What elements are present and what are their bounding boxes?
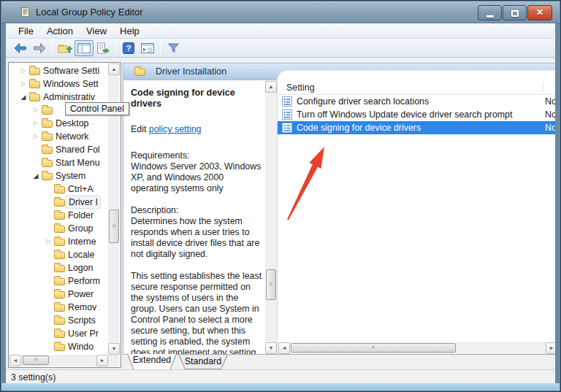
tree-item-ctrl-a[interactable]: Ctrl+A (9, 182, 108, 196)
scroll-down-button[interactable]: ▼ (108, 343, 120, 355)
tree-item-label[interactable]: Power (68, 288, 94, 301)
tab-standard[interactable]: Standard (178, 355, 228, 369)
tree-item-remov[interactable]: Remov (9, 301, 108, 314)
up-one-level-icon[interactable] (56, 40, 75, 56)
help-section-requirements: Requirements:Windows Server 2003, Window… (131, 150, 263, 194)
tree-item-interne[interactable]: ▷Interne (9, 235, 108, 248)
setting-name[interactable]: Turn off Windows Update device driver se… (297, 108, 512, 121)
setting-row-configure-driver-search-locations[interactable]: Configure driver search locationsNot (278, 95, 555, 108)
scroll-left-button[interactable]: ◄ (278, 342, 290, 354)
expand-arrow-icon[interactable]: ▷ (19, 64, 28, 77)
help-vscroll-thumb[interactable]: ≡ (266, 269, 276, 300)
title-bar[interactable]: Local Group Policy Editor ✕ (1, 1, 560, 23)
help-section-body: This setting establishes the least secur… (131, 271, 263, 354)
minimize-button[interactable] (478, 5, 502, 20)
filter-icon[interactable] (164, 40, 183, 56)
tree-item-shared-fol[interactable]: Shared Fol (9, 143, 108, 156)
help-sections: Requirements:Windows Server 2003, Window… (131, 150, 263, 354)
scroll-left-button[interactable]: ◄ (9, 355, 21, 366)
close-button[interactable]: ✕ (527, 5, 552, 20)
setting-row-code-signing-for-device-drivers[interactable]: Code signing for device driversNot (278, 121, 555, 134)
tree-vscroll-thumb[interactable]: ≡ (109, 210, 119, 243)
setting-column-label[interactable]: Setting (286, 81, 315, 95)
menu-action[interactable]: Action (40, 24, 80, 38)
show-console-tree-icon[interactable] (75, 40, 94, 56)
scroll-right-button[interactable]: ► (546, 342, 555, 354)
tree-item-folder[interactable]: Folder (9, 209, 108, 222)
expand-arrow-icon[interactable]: ▷ (31, 130, 40, 143)
list-column-header[interactable]: Setting (278, 81, 555, 95)
help-icon[interactable]: ? (119, 40, 138, 56)
tree-item-label[interactable]: Windows Sett (43, 77, 99, 91)
tree-item-label[interactable]: Windo (68, 340, 94, 353)
tree-item-system[interactable]: ◢System (9, 169, 108, 182)
expand-arrow-icon[interactable]: ▷ (44, 235, 53, 248)
scroll-up-button[interactable]: ▲ (108, 64, 120, 75)
tree-item-network[interactable]: ▷Network (9, 130, 108, 143)
status-bar: 3 setting(s) (6, 369, 555, 385)
tree-item-label[interactable]: Scripts (68, 314, 96, 327)
folder-icon (29, 94, 40, 101)
tree-item-windo[interactable]: Windo (9, 340, 108, 353)
menu-view[interactable]: View (80, 24, 113, 38)
column-separator[interactable] (543, 82, 543, 93)
tree-item-label[interactable]: User Pr (68, 327, 99, 340)
export-list-icon[interactable] (94, 40, 112, 56)
back-icon[interactable] (11, 40, 30, 56)
tree-item-locale[interactable]: Locale (9, 248, 108, 261)
extended-view-icon[interactable] (138, 40, 157, 56)
scroll-up-button[interactable]: ▲ (265, 81, 277, 93)
tree-item-label[interactable]: Software Setti (43, 64, 99, 77)
tree-item-logon[interactable]: Logon (9, 261, 108, 274)
tree-item-desktop[interactable]: ▷Desktop (9, 117, 108, 130)
list-hscroll-thumb[interactable]: ≡ (291, 343, 456, 353)
tree-item-label[interactable]: Group (68, 222, 93, 235)
maximize-button[interactable] (503, 5, 527, 20)
setting-name[interactable]: Code signing for device drivers (297, 121, 421, 134)
tree-item-perform[interactable]: Perform (9, 274, 108, 288)
tree-hscroll-thumb[interactable]: ≡ (23, 356, 49, 365)
expand-arrow-icon[interactable]: ▷ (31, 117, 40, 130)
tab-label[interactable]: Extended (127, 355, 177, 365)
scroll-right-button[interactable]: ► (96, 355, 108, 366)
menu-help[interactable]: Help (113, 24, 146, 38)
menu-file[interactable]: File (12, 24, 40, 38)
setting-row-turn-off-windows-update-device-driver-search-prompt[interactable]: Turn off Windows Update device driver se… (278, 108, 555, 121)
tree-item-label[interactable]: Driver I (66, 196, 101, 209)
tree-item-windows-sett[interactable]: ▷Windows Sett (9, 77, 108, 91)
tree-item-scripts[interactable]: Scripts (9, 314, 108, 327)
tree-item-group[interactable]: Group (9, 222, 108, 235)
tree-item-user-pr[interactable]: User Pr (9, 327, 108, 340)
tab-extended[interactable]: Extended (127, 354, 177, 369)
forward-icon[interactable] (30, 40, 49, 56)
tree-item-label[interactable]: Ctrl+A (68, 182, 94, 196)
tree-horizontal-scrollbar[interactable]: ◄ ≡ ► (9, 355, 108, 366)
tree-item-label[interactable]: Network (56, 130, 88, 143)
scroll-down-button[interactable]: ▼ (265, 342, 277, 354)
tree-item-label[interactable]: Start Menu (56, 156, 100, 169)
tree-item-driver-i[interactable]: Driver I (9, 196, 108, 209)
tree-item-label[interactable]: Desktop (56, 117, 88, 130)
tree-item-start-menu[interactable]: Start Menu (9, 156, 108, 169)
tree-item-software-setti[interactable]: ▷Software Setti (9, 64, 108, 77)
tree-item-label[interactable]: Interne (68, 235, 96, 248)
tree-item-label[interactable]: Perform (68, 274, 100, 288)
expand-arrow-icon[interactable]: ▷ (19, 77, 28, 91)
tree-item-label[interactable]: System (56, 169, 85, 182)
expand-arrow-icon[interactable]: ▷ (31, 104, 40, 117)
tree-item-label[interactable]: Logon (68, 261, 93, 274)
policy-setting-link[interactable]: policy setting (149, 124, 202, 134)
collapse-arrow-icon[interactable]: ◢ (31, 169, 40, 182)
tree-item-power[interactable]: Power (9, 288, 108, 301)
help-section-heading: Description: (131, 205, 263, 216)
collapse-arrow-icon[interactable]: ◢ (19, 91, 28, 104)
setting-name[interactable]: Configure driver search locations (297, 95, 429, 108)
list-horizontal-scrollbar[interactable]: ◄ ≡ ► (278, 342, 555, 354)
tab-label[interactable]: Standard (178, 356, 228, 366)
tree-item-label[interactable]: Folder (68, 209, 94, 222)
folder-icon (54, 265, 65, 272)
help-vertical-scrollbar[interactable]: ▲ ≡ ▼ (265, 81, 277, 354)
tree-item-label[interactable]: Shared Fol (56, 143, 100, 156)
tree-item-label[interactable]: Locale (68, 248, 95, 261)
tree-item-label[interactable]: Remov (68, 301, 96, 314)
